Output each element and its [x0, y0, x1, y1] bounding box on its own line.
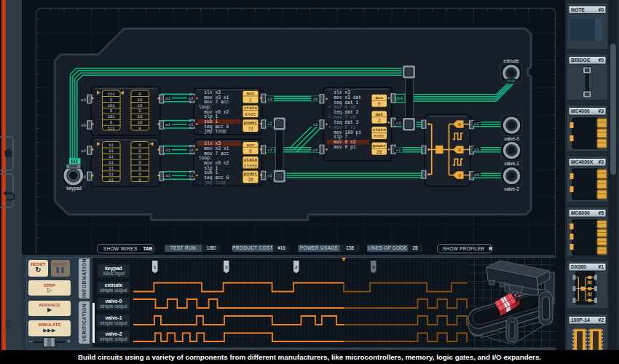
svg-text:38: 38 — [248, 178, 253, 183]
svg-text:x2: x2 — [267, 122, 272, 127]
svg-text:¥3: ¥3 — [598, 159, 604, 165]
svg-text:valve-1: valve-1 — [504, 161, 519, 166]
svg-text:state: state — [244, 106, 258, 111]
svg-text:10: 10 — [138, 103, 143, 108]
svg-text:10: 10 — [138, 98, 143, 103]
svg-text:10: 10 — [138, 114, 143, 119]
svg-text:a1: a1 — [165, 173, 170, 178]
svg-text:0: 0 — [110, 98, 113, 103]
svg-text:1: 1 — [154, 264, 157, 269]
svg-text:0: 0 — [138, 154, 141, 159]
svg-text:p0: p0 — [313, 148, 318, 153]
svg-text:x1: x1 — [189, 122, 194, 127]
svg-text:4: 4 — [372, 264, 375, 269]
svg-text:72: 72 — [248, 127, 253, 132]
svg-text:0: 0 — [138, 126, 141, 131]
svg-text:d0: d0 — [81, 123, 86, 128]
svg-text:11: 11 — [109, 143, 114, 148]
svg-text:state: state — [244, 157, 258, 162]
svg-text:a1: a1 — [165, 122, 170, 127]
svg-text:x2: x2 — [396, 148, 401, 153]
svg-text:05: 05 — [4, 319, 12, 329]
svg-text:¥3: ¥3 — [598, 108, 604, 114]
svg-text:0: 0 — [138, 149, 141, 154]
svg-text:2: 2 — [295, 264, 298, 269]
svg-text:- jmp loop: - jmp loop — [199, 181, 226, 186]
svg-text:power: power — [244, 171, 258, 176]
svg-text:p0: p0 — [474, 173, 479, 178]
svg-text:acc: acc — [246, 91, 254, 96]
svg-text:state: state — [372, 127, 386, 132]
svg-text:3: 3 — [225, 264, 228, 269]
svg-text:acc: acc — [375, 95, 383, 100]
svg-text:0: 0 — [378, 102, 381, 107]
svg-text:mov 0 p1: mov 0 p1 — [334, 145, 355, 150]
svg-text:111: 111 — [107, 126, 115, 131]
svg-text:0: 0 — [458, 173, 461, 178]
svg-text:DX300: DX300 — [571, 264, 586, 269]
svg-text:111: 111 — [107, 92, 115, 97]
svg-text:MC4000X: MC4000X — [571, 159, 594, 165]
svg-text:- jmp loop: - jmp loop — [199, 129, 226, 134]
svg-text:101: 101 — [107, 103, 115, 108]
svg-text:¥2: ¥2 — [598, 317, 604, 323]
svg-text:x3: x3 — [267, 97, 272, 102]
svg-text:2: 2 — [378, 119, 381, 124]
svg-text:power: power — [244, 120, 258, 125]
svg-text:extrude: extrude — [503, 58, 519, 63]
svg-text:1: 1 — [249, 98, 252, 103]
svg-text:11: 11 — [109, 149, 114, 154]
svg-text:11: 11 — [109, 166, 114, 171]
svg-text:11: 11 — [109, 154, 114, 159]
svg-text:0: 0 — [138, 143, 141, 148]
svg-text:28: 28 — [376, 150, 382, 155]
svg-text:d1: d1 — [165, 96, 170, 101]
svg-text:10: 10 — [138, 120, 143, 125]
svg-text:x2: x2 — [267, 173, 272, 178]
svg-text:x0: x0 — [313, 97, 318, 102]
svg-text:p1: p1 — [474, 147, 479, 152]
svg-text:keypad: keypad — [66, 186, 82, 191]
svg-text:0: 0 — [110, 120, 113, 125]
svg-text:101: 101 — [107, 114, 115, 119]
svg-text:a0: a0 — [81, 98, 86, 103]
svg-text:MC4000: MC4000 — [571, 108, 590, 114]
svg-text:sleep: sleep — [243, 164, 257, 169]
svg-text:0: 0 — [110, 108, 113, 114]
svg-text:¥1: ¥1 — [598, 264, 604, 269]
svg-text:dat: dat — [375, 112, 383, 117]
svg-text:x3: x3 — [267, 148, 272, 153]
svg-text:0: 0 — [138, 166, 141, 171]
svg-text:x0: x0 — [189, 148, 194, 153]
svg-text:x1: x1 — [313, 122, 318, 127]
svg-text:x0: x0 — [189, 96, 194, 101]
svg-text:MC6000: MC6000 — [571, 210, 590, 215]
svg-text:d0: d0 — [81, 175, 86, 180]
svg-text:11: 11 — [109, 172, 114, 177]
svg-text:exec: exec — [374, 134, 385, 139]
svg-text:power: power — [372, 143, 386, 149]
svg-text:0: 0 — [138, 108, 141, 114]
svg-text:exec: exec — [245, 112, 256, 117]
svg-text:acc: acc — [246, 143, 254, 148]
svg-text:x3: x3 — [396, 121, 401, 126]
svg-text:d1: d1 — [165, 148, 170, 153]
svg-text:NOTE: NOTE — [571, 7, 585, 12]
svg-text:0: 0 — [458, 148, 461, 153]
svg-text:0: 0 — [138, 160, 141, 165]
svg-text:valve-0: valve-0 — [504, 136, 519, 141]
svg-text:0: 0 — [138, 92, 141, 97]
svg-text:11: 11 — [109, 160, 114, 165]
svg-text:0: 0 — [138, 172, 141, 177]
svg-text:BRIDGE: BRIDGE — [571, 58, 591, 63]
svg-text:valve-2: valve-2 — [504, 186, 519, 191]
svg-text:¥5: ¥5 — [598, 210, 604, 215]
svg-text:0: 0 — [458, 122, 461, 127]
svg-text:x1: x1 — [189, 173, 194, 178]
svg-text:100P-14: 100P-14 — [571, 317, 590, 323]
svg-text:11: 11 — [109, 178, 114, 183]
svg-text:¥0: ¥0 — [598, 58, 604, 63]
svg-text:a0: a0 — [81, 149, 86, 154]
svg-text:p2: p2 — [474, 122, 479, 127]
svg-text:0: 0 — [249, 149, 252, 154]
